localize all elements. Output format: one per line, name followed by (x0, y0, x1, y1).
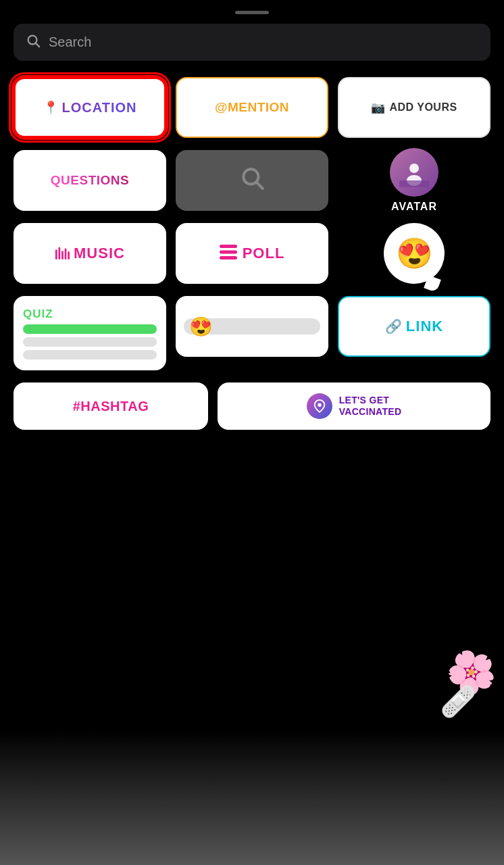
sticker-hashtag[interactable]: #HASHTAG (14, 382, 208, 430)
questions-label: QUESTIONS (51, 173, 129, 188)
sticker-music[interactable]: MUSIC (14, 223, 166, 284)
svg-rect-9 (59, 247, 61, 259)
emoji-reaction-icon: 😍 (396, 236, 433, 271)
drag-handle (235, 11, 269, 14)
search-icon (26, 33, 41, 51)
emoji-reaction-bubble: 😍 (384, 223, 445, 284)
sticker-poll[interactable]: POLL (176, 223, 328, 284)
search-placeholder: Search (49, 34, 91, 50)
sticker-grid: 📍 LOCATION @MENTION 📷 ADD YOURS QUESTION… (0, 77, 504, 370)
slider-track: 😍 (184, 318, 320, 335)
sticker-emoji-slider[interactable]: 😍 (176, 296, 328, 357)
vaccinated-label-line1: LET'S GET (339, 395, 389, 406)
quiz-label: QUIZ (23, 307, 53, 321)
quiz-option-1 (23, 324, 157, 334)
music-label: MUSIC (74, 245, 125, 262)
poll-lines-icon (220, 245, 237, 262)
slider-emoji-icon: 😍 (189, 316, 213, 338)
location-pin-icon: 📍 (43, 100, 58, 115)
svg-rect-7 (399, 180, 429, 187)
search-bar[interactable]: Search (14, 24, 490, 61)
sticker-mention[interactable]: @MENTION (176, 77, 328, 138)
sticker-addyours[interactable]: 📷 ADD YOURS (338, 77, 490, 138)
hashtag-label: #HASHTAG (73, 399, 149, 414)
addyours-camera-icon: 📷 (371, 101, 385, 115)
avatar-label: AVATAR (391, 201, 437, 213)
link-label: LINK (406, 318, 443, 335)
sticker-search-gray[interactable] (176, 150, 328, 211)
vaccinated-label-line2: VACCINATED (339, 406, 402, 418)
vaccinated-icon (307, 393, 332, 419)
sticker-avatar[interactable]: AVATAR (338, 150, 490, 211)
sticker-questions[interactable]: QUESTIONS (14, 150, 166, 211)
svg-rect-12 (68, 251, 70, 260)
sticker-vaccinated[interactable]: LET'S GET VACCINATED (218, 382, 490, 430)
addyours-label: ADD YOURS (389, 101, 457, 114)
location-label: LOCATION (62, 100, 137, 116)
svg-rect-14 (220, 251, 237, 254)
svg-point-16 (318, 403, 322, 407)
svg-rect-11 (65, 248, 67, 260)
mention-label: @MENTION (215, 100, 289, 115)
sticker-location[interactable]: 📍 LOCATION (14, 77, 166, 138)
svg-line-1 (36, 43, 39, 47)
poll-label: POLL (243, 245, 285, 262)
sticker-emoji-reaction[interactable]: 😍 (338, 223, 490, 284)
bottom-sticker-row: #HASHTAG LET'S GET VACCINATED (0, 370, 504, 430)
svg-point-5 (409, 164, 419, 173)
sticker-quiz[interactable]: QUIZ (14, 296, 166, 370)
quiz-options (23, 324, 157, 360)
decorative-sticker: 🌸 🩹 (436, 646, 500, 737)
quiz-option-2 (23, 337, 157, 347)
svg-rect-8 (55, 249, 57, 260)
svg-line-3 (257, 182, 263, 189)
svg-rect-10 (61, 251, 64, 260)
quiz-option-3 (23, 350, 157, 360)
music-bars-icon (55, 245, 70, 263)
sticker-link[interactable]: 🔗 LINK (338, 296, 490, 357)
link-chain-icon: 🔗 (385, 318, 402, 335)
svg-rect-15 (220, 256, 237, 260)
svg-rect-13 (220, 245, 237, 248)
avatar-circle (390, 148, 438, 197)
search-mag-icon (239, 165, 265, 196)
